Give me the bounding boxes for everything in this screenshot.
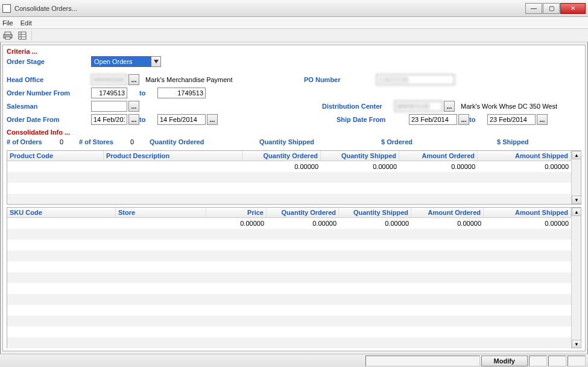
scroll-down-icon[interactable]: ▼ [572,196,581,204]
status-cell-1 [365,356,480,366]
row-order-stage: Order Stage Open Orders [7,55,581,68]
ship-date-to-picker[interactable]: ... [537,114,548,125]
order-date-to-picker[interactable]: ... [207,114,218,125]
order-stage-label: Order Stage [7,58,91,65]
salesman-picker[interactable]: ... [128,101,139,112]
col-qty-ord2[interactable]: Quantity Ordered [267,208,339,217]
sku-grid: SKU Code Store Price Quantity Ordered Qu… [7,207,581,348]
product-grid-header: Product Code Product Description Quantit… [7,151,571,161]
order-stage-dropdown[interactable]: Open Orders [91,56,161,67]
status-cell-4 [567,356,586,366]
svg-rect-2 [5,37,10,39]
order-date-from-picker[interactable]: ... [128,114,139,125]
ship-date-to-input[interactable] [487,114,536,125]
toolbar [0,29,588,42]
dist-center-desc: Mark's Work Whse DC 350 West [461,103,581,110]
col-store[interactable]: Store [116,208,206,217]
app-icon [2,4,11,13]
table-row[interactable] [7,261,571,272]
table-row[interactable]: 0.00000 0.00000 0.00000 0.00000 [7,161,571,172]
menu-edit[interactable]: Edit [21,19,32,27]
col-product-desc[interactable]: Product Description [104,151,242,161]
window-title: Consolidate Orders... [14,5,525,12]
menubar: File Edit [0,17,588,29]
table-row[interactable] [7,327,571,337]
order-date-from-input[interactable] [91,114,127,125]
table-row[interactable] [7,172,571,183]
stores-value: 0 [125,138,134,145]
ship-date-to-label: to [469,116,487,123]
ship-date-from-label: Ship Date From [337,116,409,123]
close-button[interactable]: ✕ [560,3,586,14]
amt-shipped-label: $ Shipped [497,138,545,145]
svg-rect-3 [19,32,26,39]
print-icon[interactable] [2,30,13,41]
ship-date-from-input[interactable] [409,114,457,125]
consolidated-title: Consolidated Info ... [7,129,581,136]
po-number-input[interactable] [376,74,455,85]
head-office-desc: Mark's Merchandise Payment [145,76,233,83]
product-grid-body[interactable]: 0.00000 0.00000 0.00000 0.00000 [7,161,571,204]
table-row[interactable] [7,283,571,294]
table-row[interactable] [7,229,571,240]
table-row[interactable] [7,337,571,348]
head-office-label: Head Office [7,76,91,83]
sku-grid-scrollbar[interactable]: ▲ ▼ [571,208,581,348]
amt-ordered-label: $ Ordered [381,138,429,145]
maximize-button[interactable]: ▢ [543,3,560,14]
grids: Product Code Product Description Quantit… [7,150,581,348]
col-amt-ship2[interactable]: Amount Shipped [484,208,571,217]
menu-file[interactable]: File [2,19,13,27]
consolidated-row: # of Orders 0 # of Stores 0 Quantity Ord… [7,136,581,148]
sku-grid-header: SKU Code Store Price Quantity Ordered Qu… [7,208,571,218]
table-row[interactable] [7,183,571,194]
table-row[interactable] [7,316,571,327]
sku-grid-body[interactable]: 0.00000 0.00000 0.00000 0.00000 0.00000 [7,218,571,348]
order-no-to-input[interactable] [157,88,206,98]
orders-value: 0 [51,138,63,145]
col-price[interactable]: Price [206,208,267,217]
col-amt-ship[interactable]: Amount Shipped [478,151,571,161]
order-date-to-input[interactable] [157,114,206,125]
table-row[interactable] [7,294,571,305]
modify-button[interactable]: Modify [481,356,528,366]
table-row[interactable] [7,272,571,283]
qty-shipped-label: Quantity Shipped [259,138,326,145]
scroll-up-icon[interactable]: ▲ [572,208,581,216]
table-row[interactable] [7,194,571,204]
col-amt-ord[interactable]: Amount Ordered [399,151,478,161]
col-amt-ord2[interactable]: Amount Ordered [411,208,484,217]
minimize-button[interactable]: — [525,3,542,14]
head-office-picker[interactable]: ... [128,74,139,85]
col-sku[interactable]: SKU Code [7,208,116,217]
salesman-label: Salesman [7,103,91,110]
orders-label: # of Orders [7,138,48,145]
order-stage-value: Open Orders [91,56,151,67]
col-qty-ship2[interactable]: Quantity Shipped [339,208,411,217]
col-qty-ord[interactable]: Quantity Ordered [242,151,321,161]
salesman-input[interactable] [91,101,127,112]
col-qty-ship[interactable]: Quantity Shipped [321,151,399,161]
dist-center-input[interactable] [394,101,443,112]
head-office-input[interactable] [91,74,127,85]
order-date-from-label: Order Date From [7,116,91,123]
order-no-from-input[interactable] [91,88,127,98]
toolbar-separator [31,31,32,40]
scroll-down-icon[interactable]: ▼ [572,340,581,348]
product-grid-scrollbar[interactable]: ▲ ▼ [571,151,581,204]
qty-ordered-label: Quantity Ordered [150,138,216,145]
table-row[interactable] [7,305,571,316]
table-row[interactable]: 0.00000 0.00000 0.00000 0.00000 0.00000 [7,218,571,229]
chevron-down-icon[interactable] [151,56,161,67]
ship-date-from-picker[interactable]: ... [458,114,469,125]
sheet-icon[interactable] [17,30,28,41]
table-row[interactable] [7,240,571,251]
content: Criteria ... Order Stage Open Orders Hea… [2,45,586,351]
dist-center-picker[interactable]: ... [444,101,455,112]
col-product-code[interactable]: Product Code [7,151,104,161]
scroll-up-icon[interactable]: ▲ [572,151,581,159]
row-dates: Order Date From ... to ... Ship Date Fro… [7,113,581,126]
status-cell-2 [529,356,547,366]
table-row[interactable] [7,251,571,261]
order-date-to-label: to [139,116,157,123]
